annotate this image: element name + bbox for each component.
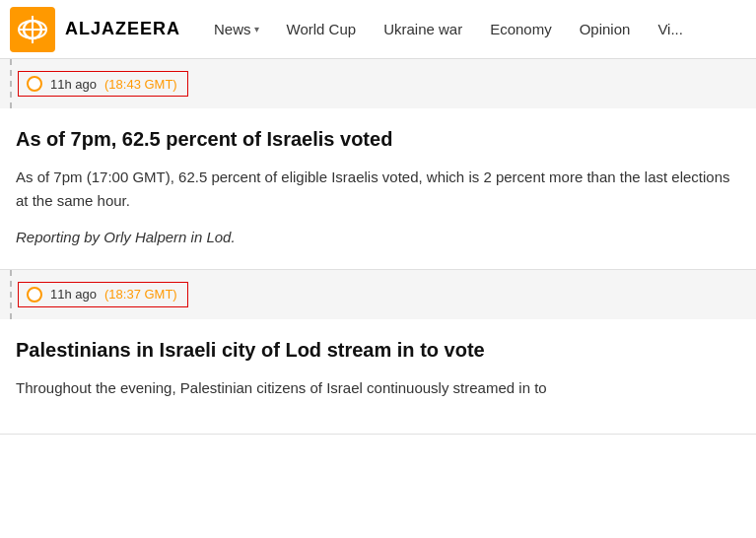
timeline-entry-1: 11h ago (18:43 GMT) As of 7pm, 62.5 perc…	[0, 59, 756, 270]
nav-item-economy[interactable]: Economy	[476, 0, 566, 59]
chevron-down-icon: ▾	[254, 24, 259, 34]
timeline-vertical-line	[10, 59, 12, 108]
timeline-circle-icon-2	[27, 287, 42, 303]
timestamp-ago-1: 11h ago	[50, 77, 97, 92]
logo-container[interactable]: ALJAZEERA	[10, 7, 180, 52]
main-nav: News ▾ World Cup Ukraine war Economy Opi…	[200, 0, 697, 59]
article-body-1: As of 7pm (17:00 GMT), 62.5 percent of e…	[16, 166, 740, 213]
site-header: ALJAZEERA News ▾ World Cup Ukraine war E…	[0, 0, 756, 59]
timestamp-gmt-2: (18:37 GMT)	[104, 287, 177, 302]
timeline-circle-icon	[27, 76, 42, 92]
nav-item-video[interactable]: Vi...	[644, 0, 697, 59]
nav-item-worldcup[interactable]: World Cup	[273, 0, 371, 59]
main-content: 11h ago (18:43 GMT) As of 7pm, 62.5 perc…	[0, 59, 756, 435]
nav-item-news[interactable]: News ▾	[200, 0, 273, 59]
logo-icon	[10, 7, 55, 52]
article-body-2: Throughout the evening, Palestinian citi…	[16, 376, 740, 400]
article-title-1: As of 7pm, 62.5 percent of Israelis vote…	[16, 126, 740, 152]
timestamp-badge-2: 11h ago (18:37 GMT)	[18, 282, 188, 307]
article-content-1: As of 7pm, 62.5 percent of Israelis vote…	[0, 108, 756, 269]
timestamp-gmt-1: (18:43 GMT)	[104, 77, 177, 92]
timestamp-bar-2: 11h ago (18:37 GMT)	[0, 270, 756, 319]
article-reporter-1: Reporting by Orly Halpern in Lod.	[16, 227, 740, 249]
nav-item-ukraine[interactable]: Ukraine war	[370, 0, 476, 59]
article-content-2: Palestinians in Israeli city of Lod stre…	[0, 319, 756, 434]
timeline-vertical-line-2	[10, 270, 12, 319]
timeline-entry-2: 11h ago (18:37 GMT) Palestinians in Isra…	[0, 270, 756, 435]
timestamp-badge-1: 11h ago (18:43 GMT)	[18, 71, 188, 97]
article-title-2: Palestinians in Israeli city of Lod stre…	[16, 337, 740, 363]
timestamp-bar-1: 11h ago (18:43 GMT)	[0, 59, 756, 108]
nav-item-opinion[interactable]: Opinion	[566, 0, 645, 59]
logo-text: ALJAZEERA	[65, 19, 180, 39]
timestamp-ago-2: 11h ago	[50, 287, 97, 302]
